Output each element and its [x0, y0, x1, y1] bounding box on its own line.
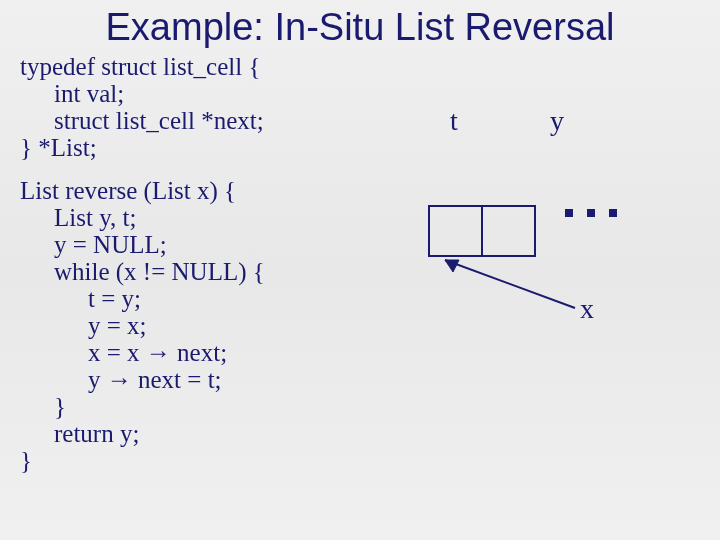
func-l4: while (x != NULL) { — [20, 258, 265, 285]
variable-y-label: y — [550, 105, 564, 137]
typedef-l1: typedef struct list_cell { — [20, 53, 260, 80]
func-l3: y = NULL; — [20, 231, 167, 258]
dot-icon — [565, 209, 573, 217]
diagram-column: t y x — [380, 53, 700, 490]
function-block: List reverse (List x) { List y, t; y = N… — [20, 177, 380, 474]
dot-icon — [609, 209, 617, 217]
slide-title: Example: In-Situ List Reversal — [0, 0, 720, 53]
arrow-head-icon — [445, 260, 459, 272]
func-l5: t = y; — [20, 285, 141, 312]
typedef-block: typedef struct list_cell { int val; stru… — [20, 53, 380, 161]
dot-icon — [587, 209, 595, 217]
variable-t-label: t — [450, 105, 458, 137]
typedef-l2: int val; — [20, 80, 124, 107]
typedef-l4: } *List; — [20, 134, 97, 161]
func-l7a: x = x — [88, 339, 146, 366]
func-l9: } — [20, 393, 66, 420]
func-l8a: y — [88, 366, 107, 393]
func-l11: } — [20, 447, 32, 474]
code-column: typedef struct list_cell { int val; stru… — [20, 53, 380, 490]
func-l6: y = x; — [20, 312, 147, 339]
func-l7: x = x → next; — [20, 339, 227, 366]
typedef-l3: struct list_cell *next; — [20, 107, 264, 134]
func-l7b: next; — [171, 339, 227, 366]
func-l8: y → next = t; — [20, 366, 222, 393]
func-l2: List y, t; — [20, 204, 136, 231]
arrow-shaft — [445, 260, 575, 308]
content-area: typedef struct list_cell { int val; stru… — [0, 53, 720, 490]
variable-x-label: x — [580, 293, 594, 325]
arrow-glyph-2: → — [107, 366, 132, 393]
func-l10: return y; — [20, 420, 139, 447]
x-pointer-arrow — [435, 248, 595, 328]
func-l8b: next = t; — [132, 366, 222, 393]
ellipsis-dots — [565, 209, 617, 217]
func-l1: List reverse (List x) { — [20, 177, 236, 204]
arrow-glyph: → — [146, 339, 171, 366]
